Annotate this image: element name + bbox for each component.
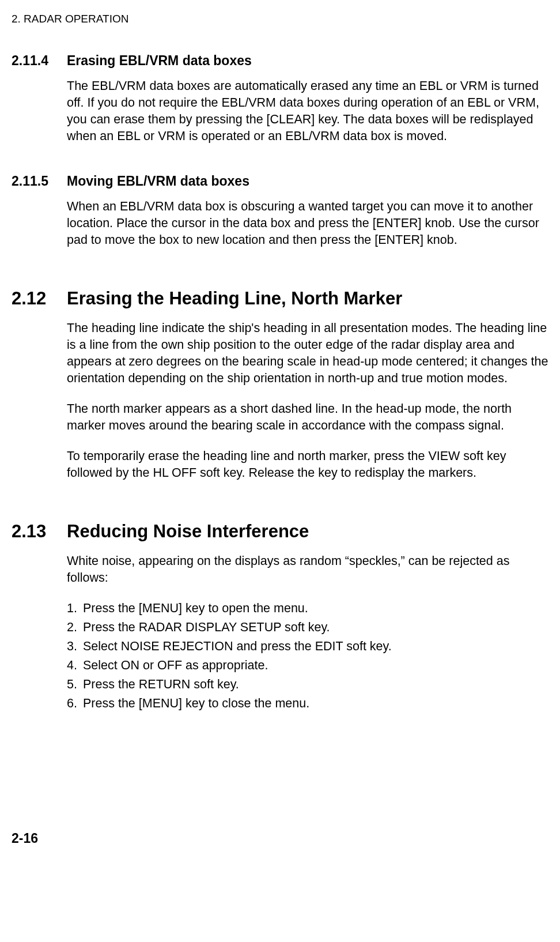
list-item: Select NOISE REJECTION and press the EDI…	[81, 638, 553, 655]
paragraph: White noise, appearing on the displays a…	[67, 553, 553, 586]
chapter-header: 2. RADAR OPERATION	[12, 12, 553, 27]
section-title: Reducing Noise Interference	[67, 519, 553, 544]
list-item: Press the RETURN soft key.	[81, 676, 553, 693]
section-title: Erasing the Heading Line, North Marker	[67, 287, 553, 311]
section-2-13: 2.13 Reducing Noise Interference White n…	[12, 519, 553, 714]
paragraph: The EBL/VRM data boxes are automatically…	[67, 78, 553, 145]
section-title: Moving EBL/VRM data boxes	[67, 172, 553, 190]
section-2-12: 2.12 Erasing the Heading Line, North Mar…	[12, 287, 553, 495]
list-item: Press the [MENU] key to close the menu.	[81, 695, 553, 712]
section-2-11-5: 2.11.5 Moving EBL/VRM data boxes When an…	[12, 172, 553, 262]
list-item: Press the RADAR DISPLAY SETUP soft key.	[81, 619, 553, 636]
section-number: 2.13	[12, 519, 67, 714]
list-item: Press the [MENU] key to open the menu.	[81, 600, 553, 617]
steps-list: Press the [MENU] key to open the menu. P…	[67, 600, 553, 712]
list-item: Select ON or OFF as appropriate.	[81, 657, 553, 674]
page-number: 2-16	[12, 830, 553, 847]
section-number: 2.11.4	[12, 52, 67, 150]
paragraph: To temporarily erase the heading line an…	[67, 448, 553, 481]
section-number: 2.11.5	[12, 172, 67, 254]
paragraph: When an EBL/VRM data box is obscuring a …	[67, 198, 553, 248]
paragraph: The north marker appears as a short dash…	[67, 401, 553, 434]
section-2-11-4: 2.11.4 Erasing EBL/VRM data boxes The EB…	[12, 52, 553, 159]
paragraph: The heading line indicate the ship's hea…	[67, 320, 553, 387]
section-title: Erasing EBL/VRM data boxes	[67, 52, 553, 70]
section-number: 2.12	[12, 287, 67, 495]
